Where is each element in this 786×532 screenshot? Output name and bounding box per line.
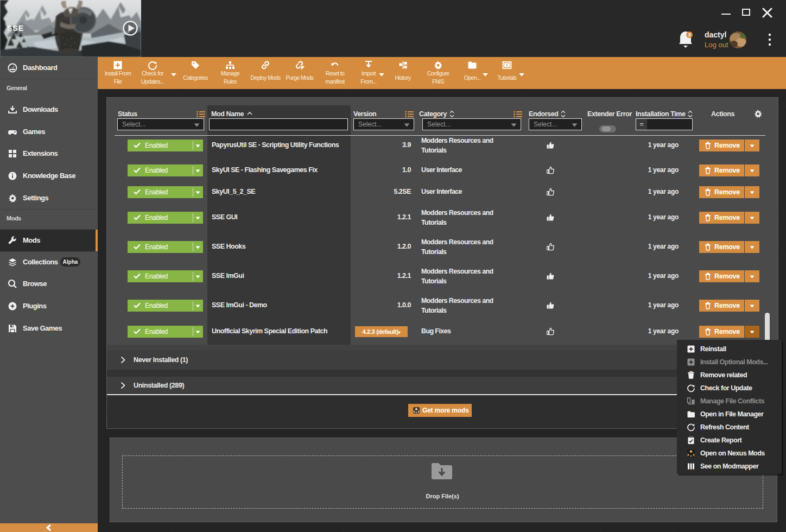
svg-text:SSE: SSE — [7, 24, 24, 33]
svg-text:3: 3 — [688, 32, 690, 37]
